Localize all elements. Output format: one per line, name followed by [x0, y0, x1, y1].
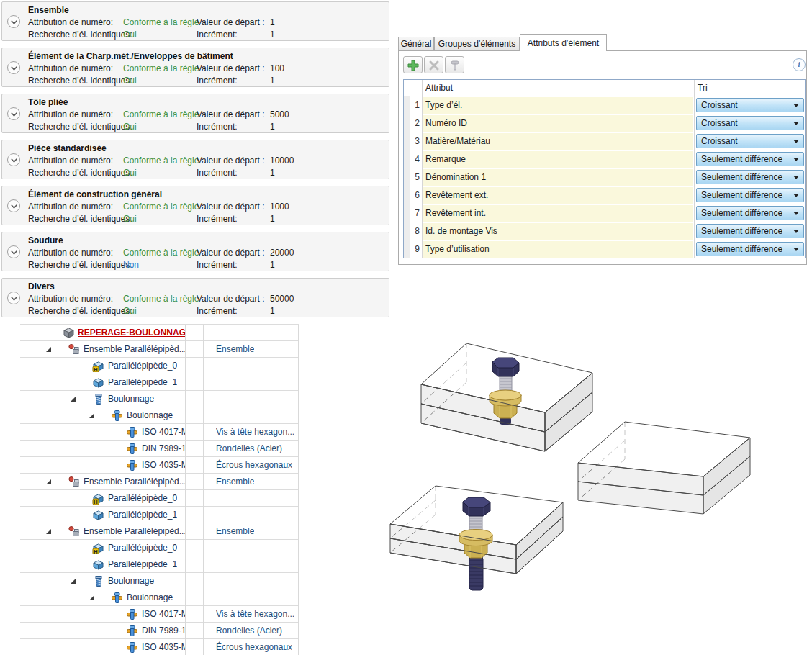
tree-row[interactable]: Boulonnage: [20, 590, 299, 606]
tree-row[interactable]: ISO 4035-M12...Écrous hexagonaux: [20, 639, 299, 655]
3d-viewport[interactable]: [310, 317, 812, 655]
attribut-cell[interactable]: Revêtement ext.: [423, 187, 693, 204]
row-number[interactable]: 8: [410, 222, 420, 240]
tri-dropdown[interactable]: Croissant: [696, 116, 804, 130]
tree-row[interactable]: Boulonnage: [20, 407, 299, 424]
tri-dropdown[interactable]: Croissant: [696, 98, 804, 112]
cad-application-window: EnsembleAttribution de numéro:Conforme à…: [0, 0, 812, 655]
recherche-label: Recherche d’él. identiques:: [28, 75, 132, 86]
collapse-chevron-button[interactable]: [7, 292, 20, 304]
expand-arrow-icon[interactable]: [46, 347, 51, 352]
tree-row[interactable]: REPERAGE-BOULONNAGE2: [20, 325, 299, 341]
tab-attributs-delement[interactable]: Attributs d’élément: [520, 34, 607, 51]
expand-arrow-icon[interactable]: [89, 413, 94, 418]
tree-row[interactable]: Ensemble Parallélépipèd...Ensemble: [20, 341, 299, 358]
collapse-chevron-button[interactable]: [7, 61, 20, 74]
bolt-icon: [126, 625, 139, 637]
recherche-label: Recherche d’él. identiques:: [28, 213, 132, 225]
tree-row[interactable]: Parallélépipède_1: [20, 374, 299, 391]
tree-row[interactable]: Boulonnage: [20, 391, 299, 407]
tree-row[interactable]: DIN 7989-12-CRondelles (Acier): [20, 623, 299, 639]
tree-item-description: Ensemble: [216, 341, 254, 357]
attribution-value: Conforme à la règle: [123, 17, 199, 28]
collapse-chevron-button[interactable]: [7, 15, 20, 28]
attribut-cell[interactable]: Revêtement int.: [423, 205, 693, 222]
row-number[interactable]: 1: [410, 96, 420, 114]
attribut-cell[interactable]: Matière/Matériau: [423, 133, 693, 150]
tree-row[interactable]: HParallélépipède_0: [20, 540, 299, 556]
depart-value: 20000: [270, 247, 294, 258]
row-number[interactable]: 2: [410, 114, 420, 132]
tree-row[interactable]: ISO 4035-M12...Écrous hexagonaux: [20, 457, 299, 474]
tab-general[interactable]: Général: [398, 37, 434, 50]
expand-arrow-icon[interactable]: [71, 397, 76, 402]
tri-dropdown-value: Seulement différence: [701, 153, 782, 166]
tri-dropdown-value: Seulement différence: [701, 225, 782, 238]
increment-value: 1: [270, 259, 275, 271]
recherche-label: Recherche d’él. identiques:: [28, 29, 132, 40]
row-number[interactable]: 7: [410, 204, 420, 222]
tree-row[interactable]: Boulonnage: [20, 573, 299, 590]
tree-row[interactable]: HParallélépipède_0: [20, 490, 299, 507]
attribut-cell[interactable]: Numéro ID: [423, 115, 693, 132]
increment-value: 1: [270, 213, 275, 225]
row-number[interactable]: 4: [410, 150, 420, 168]
attribut-cell[interactable]: Type d’él.: [423, 97, 693, 114]
tri-dropdown[interactable]: Seulement différence: [696, 206, 804, 220]
row-number[interactable]: 3: [410, 132, 420, 150]
attribution-value: Conforme à la règle: [123, 247, 199, 258]
tree-row[interactable]: HParallélépipède_0: [20, 358, 299, 374]
collapse-chevron-button[interactable]: [7, 199, 20, 212]
collapse-chevron-button[interactable]: [7, 107, 20, 120]
plate-assembly-top-left[interactable]: [421, 343, 592, 451]
chevron-down-icon: [793, 140, 799, 143]
row-number[interactable]: 6: [410, 186, 420, 204]
row-number[interactable]: 5: [410, 168, 420, 186]
tree-row[interactable]: ISO 4017-M12...Vis à tête hexagon...: [20, 424, 299, 441]
add-attribute-button[interactable]: [403, 56, 423, 73]
tree-row[interactable]: Ensemble Parallélépipèd...Ensemble: [20, 474, 299, 490]
tri-dropdown[interactable]: Seulement différence: [696, 224, 804, 238]
increment-value: 1: [270, 167, 275, 179]
tab-groupes-delements[interactable]: Groupes d’éléments: [434, 37, 520, 50]
expand-arrow-icon[interactable]: [46, 529, 51, 534]
attribut-cell[interactable]: Id. de montage Vis: [423, 223, 693, 240]
info-icon[interactable]: i: [793, 58, 806, 71]
svg-text:H: H: [94, 499, 97, 505]
tri-dropdown[interactable]: Seulement différence: [696, 188, 804, 202]
tool-button[interactable]: [445, 56, 464, 73]
row-number[interactable]: 9: [410, 240, 420, 258]
depart-label: Valeur de départ :: [197, 109, 265, 120]
bolt[interactable]: [459, 497, 492, 590]
plate-assembly-right[interactable]: [578, 422, 750, 514]
plate-assembly-bottom-left[interactable]: [390, 486, 563, 590]
expand-arrow-icon[interactable]: [89, 595, 94, 600]
attribut-cell[interactable]: Type d’utilisation: [423, 241, 693, 258]
tri-dropdown[interactable]: Seulement différence: [696, 242, 804, 256]
attribut-cell[interactable]: Remarque: [423, 151, 693, 168]
collapse-chevron-button[interactable]: [7, 245, 20, 258]
tri-dropdown[interactable]: Croissant: [696, 134, 804, 148]
tree-item-label: Parallélépipède_1: [108, 556, 177, 572]
chevron-down-icon: [9, 64, 19, 72]
tree-row[interactable]: Parallélépipède_1: [20, 556, 299, 573]
tree-item-description: Écrous hexagonaux: [216, 639, 292, 655]
tree-row[interactable]: Parallélépipède_1: [20, 507, 299, 523]
tri-dropdown[interactable]: Seulement différence: [696, 152, 804, 166]
tree-item-label: Boulonnage: [127, 407, 173, 423]
tri-dropdown-value: Seulement différence: [701, 171, 782, 184]
tri-dropdown[interactable]: Seulement différence: [696, 170, 804, 184]
attribut-cell[interactable]: Dénomination 1: [423, 169, 693, 186]
bolt-icon: [126, 459, 139, 471]
tree-row[interactable]: ISO 4017-M12...Vis à tête hexagon...: [20, 606, 299, 623]
expand-arrow-icon[interactable]: [71, 579, 76, 584]
collapse-chevron-button[interactable]: [7, 153, 20, 166]
numbering-rule-panel: DiversAttribution de numéro:Conforme à l…: [1, 278, 389, 317]
tree-row[interactable]: Ensemble Parallélépipèd...Ensemble: [20, 523, 299, 540]
delete-attribute-button[interactable]: [424, 56, 443, 73]
tree-row[interactable]: DIN 7989-12-CRondelles (Acier): [20, 441, 299, 457]
tri-dropdown-value: Seulement différence: [701, 243, 782, 256]
expand-arrow-icon[interactable]: [46, 479, 51, 484]
table-row: 7Revêtement int.Seulement différence: [404, 204, 805, 222]
plates[interactable]: [578, 422, 750, 514]
